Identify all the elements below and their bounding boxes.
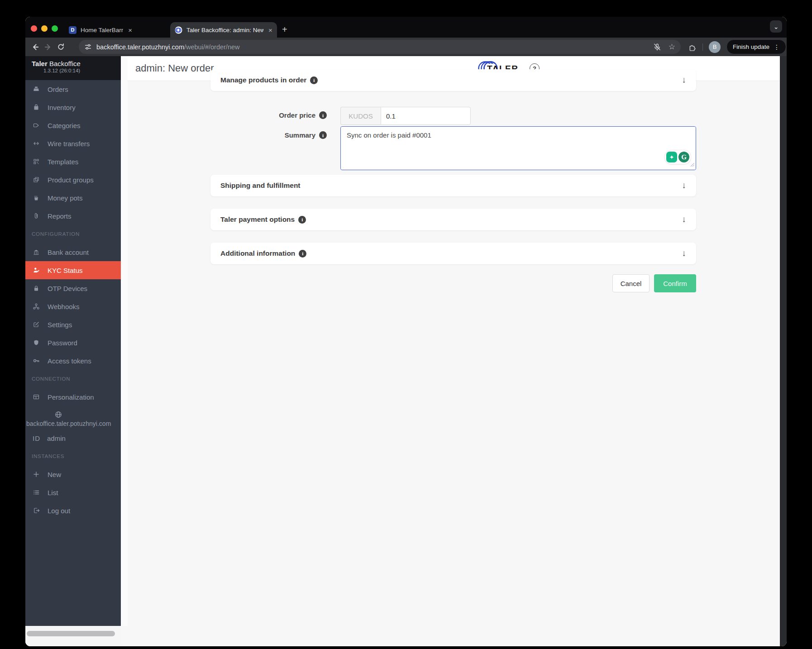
info-icon[interactable]: i <box>319 131 327 139</box>
sidebar-item-orders[interactable]: Orders <box>25 80 121 98</box>
horizontal-scrollbar <box>25 626 121 646</box>
mic-blocked-icon[interactable] <box>653 43 661 51</box>
info-icon[interactable]: i <box>310 76 318 84</box>
product-groups-icon <box>33 176 40 183</box>
back-icon[interactable] <box>29 43 42 51</box>
sidebar-item-money-pots[interactable]: Money pots <box>25 189 121 207</box>
section-payment-options[interactable]: Taler payment optionsi ↓ <box>210 209 696 230</box>
order-price-label: Order pricei <box>210 111 327 119</box>
expand-arrow-icon: ↓ <box>682 75 687 85</box>
cancel-button[interactable]: Cancel <box>612 274 650 292</box>
layout-gap <box>121 56 128 626</box>
order-price-input[interactable] <box>381 107 471 125</box>
app-brand: Taler Backoffice 1.3.12 (26:0:14) <box>25 56 121 80</box>
menu-dots-icon[interactable]: ⋮ <box>774 43 780 51</box>
sidebar-item-access-tokens[interactable]: Access tokens <box>25 352 121 370</box>
sidebar-item-password[interactable]: Password <box>25 334 121 352</box>
sidebar-item-kyc-status[interactable]: KYC Status <box>25 261 121 279</box>
confirm-button[interactable]: Confirm <box>654 274 696 292</box>
tab-search-button[interactable]: ⌄ <box>770 20 782 33</box>
logout-icon <box>33 507 40 514</box>
sidebar-item-settings[interactable]: Settings <box>25 315 121 334</box>
info-icon[interactable]: i <box>319 111 327 119</box>
backend-url-label: backoffice.taler.potuzhnyi.com <box>25 420 121 427</box>
info-icon[interactable]: i <box>298 216 306 224</box>
sidebar-item-bank-account[interactable]: Bank account <box>25 243 121 261</box>
reload-icon[interactable] <box>54 43 67 51</box>
main-content: admin: New order TALER ? Manage products… <box>128 56 780 646</box>
grammarly-widget[interactable]: ✦ G <box>664 150 691 164</box>
grammarly-icon[interactable]: G <box>678 152 689 162</box>
sidebar-item-log-out[interactable]: Log out <box>25 501 121 520</box>
currency-addon: KUDOS <box>340 107 381 125</box>
chevron-down-icon: ⌄ <box>774 23 779 30</box>
browser-toolbar: backoffice.taler.potuzhnyi.com/webui/#/o… <box>25 38 787 56</box>
extensions-icon[interactable] <box>688 43 697 51</box>
app-version: 1.3.12 (26:0:14) <box>32 68 121 73</box>
horizontal-scrollbar-thumb[interactable] <box>27 631 115 636</box>
reports-paperclip-icon <box>33 212 40 220</box>
expand-arrow-icon: ↓ <box>682 215 687 224</box>
password-shield-icon <box>33 339 40 346</box>
sidebar-item-categories[interactable]: Categories <box>25 116 121 134</box>
suggestion-icon[interactable]: ✦ <box>666 152 677 162</box>
taler-favicon <box>175 26 182 34</box>
expand-arrow-icon: ↓ <box>682 248 687 258</box>
new-tab-button[interactable]: + <box>282 25 287 34</box>
section-shipping[interactable]: Shipping and fulfillment ↓ <box>210 175 696 196</box>
sidebar: Taler Backoffice 1.3.12 (26:0:14) Orders… <box>25 56 121 626</box>
sidebar-item-new-instance[interactable]: New <box>25 465 121 483</box>
traffic-light-zoom[interactable] <box>52 25 58 32</box>
tab-title: Taler Backoffice: admin: New <box>186 27 263 33</box>
sidebar-section-instances: INSTANCES <box>25 447 121 465</box>
summary-textarea[interactable]: Sync on order is paid #0001 <box>341 127 696 170</box>
resize-handle-icon[interactable] <box>690 161 695 169</box>
traffic-light-minimize[interactable] <box>41 25 48 32</box>
talerbarr-favicon: D <box>69 26 76 34</box>
tab-home-talerbarr[interactable]: D Home TalerBarr × <box>64 22 166 38</box>
sidebar-section-connection: CONNECTION <box>25 370 121 388</box>
section-manage-products[interactable]: Manage products in orderi ↓ <box>210 69 696 91</box>
sidebar-item-product-groups[interactable]: Product groups <box>25 171 121 189</box>
toolbar-divider <box>702 43 703 51</box>
summary-label: Summaryi <box>210 131 327 139</box>
app-title: Taler Backoffice <box>32 60 121 67</box>
bookmark-star-icon[interactable]: ☆ <box>669 42 675 52</box>
orders-icon <box>33 86 40 93</box>
inventory-icon <box>33 104 40 111</box>
sidebar-item-otp-devices[interactable]: OTP Devices <box>25 279 121 297</box>
sidebar-section-configuration: CONFIGURATION <box>25 225 121 243</box>
categories-icon <box>33 122 40 129</box>
sidebar-item-webhooks[interactable]: Webhooks <box>25 297 121 315</box>
section-title: Taler payment options <box>220 215 295 224</box>
url-bar[interactable]: backoffice.taler.potuzhnyi.com/webui/#/o… <box>79 40 681 54</box>
site-settings-icon[interactable] <box>84 43 92 51</box>
sidebar-item-personalization[interactable]: Personalization <box>25 388 121 406</box>
sidebar-item-wire-transfers[interactable]: Wire transfers <box>25 134 121 153</box>
otp-lock-icon <box>33 285 40 292</box>
forward-icon[interactable] <box>42 43 54 51</box>
summary-field-wrap: Sync on order is paid #0001 ✦ G <box>340 126 696 170</box>
sidebar-item-reports[interactable]: Reports <box>25 207 121 225</box>
section-additional-info[interactable]: Additional informationi ↓ <box>210 243 696 264</box>
sidebar-item-backend-url[interactable]: backoffice.taler.potuzhnyi.com <box>25 406 121 429</box>
info-icon[interactable]: i <box>299 250 306 258</box>
tab-taler-backoffice[interactable]: Taler Backoffice: admin: New × <box>170 22 277 38</box>
list-icon <box>33 489 40 496</box>
sidebar-item-instance-id[interactable]: ID admin <box>25 429 121 447</box>
tab-title: Home TalerBarr <box>81 27 123 33</box>
finish-update-button[interactable]: Finish update ⋮ <box>726 39 786 54</box>
sidebar-item-templates[interactable]: Templates <box>25 153 121 171</box>
page-scrollbar-track[interactable] <box>780 56 787 646</box>
traffic-light-close[interactable] <box>31 25 37 32</box>
id-prefix: ID <box>33 434 40 442</box>
section-title: Additional information <box>220 249 295 258</box>
close-tab-icon[interactable]: × <box>128 26 132 34</box>
screenshot-stage: D Home TalerBarr × Taler Backoffice: adm… <box>0 0 812 649</box>
sidebar-item-inventory[interactable]: Inventory <box>25 98 121 116</box>
close-tab-icon[interactable]: × <box>268 26 272 34</box>
url-path: /webui/#/order/new <box>184 43 240 51</box>
profile-avatar[interactable]: B <box>709 41 721 53</box>
plus-icon <box>33 471 40 478</box>
sidebar-item-list-instances[interactable]: List <box>25 483 121 501</box>
